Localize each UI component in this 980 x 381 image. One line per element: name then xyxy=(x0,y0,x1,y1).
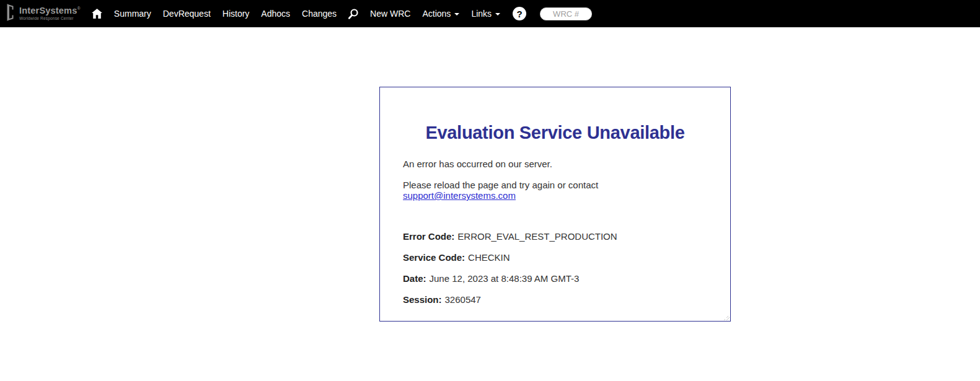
date-label: Date: xyxy=(403,273,426,284)
nav-menu: Summary DevRequest History Adhocs Change… xyxy=(92,7,592,20)
chevron-down-icon xyxy=(454,13,459,15)
nav-item-actions-dropdown[interactable]: Actions xyxy=(422,9,459,19)
wrc-number-input[interactable] xyxy=(540,7,592,20)
nav-item-links-dropdown[interactable]: Links xyxy=(471,9,500,19)
search-icon[interactable] xyxy=(348,9,358,19)
session-value: 3260547 xyxy=(445,294,481,305)
error-message-line2-text: Please reload the page and try again or … xyxy=(403,180,598,190)
service-code-row: Service Code:CHECKIN xyxy=(403,252,707,263)
session-label: Session: xyxy=(403,294,442,305)
nav-item-history[interactable]: History xyxy=(223,9,250,19)
chevron-down-icon xyxy=(495,13,500,15)
nav-item-devrequest[interactable]: DevRequest xyxy=(163,9,211,19)
error-code-value: ERROR_EVAL_REST_PRODUCTION xyxy=(457,231,617,242)
nav-item-changes[interactable]: Changes xyxy=(302,9,337,19)
actions-label: Actions xyxy=(422,9,451,19)
date-value: June 12, 2023 at 8:48:39 AM GMT-3 xyxy=(430,273,580,284)
page-body: Evaluation Service Unavailable An error … xyxy=(0,27,980,381)
resize-handle-icon[interactable] xyxy=(724,315,730,320)
service-code-label: Service Code: xyxy=(403,252,465,263)
brand-name-label: InterSystems xyxy=(19,6,77,15)
session-row: Session:3260547 xyxy=(403,294,707,305)
error-panel: Evaluation Service Unavailable An error … xyxy=(379,87,731,322)
home-icon[interactable] xyxy=(92,9,102,19)
error-details: Error Code:ERROR_EVAL_REST_PRODUCTION Se… xyxy=(403,231,707,305)
error-code-row: Error Code:ERROR_EVAL_REST_PRODUCTION xyxy=(403,231,707,242)
nav-item-adhocs[interactable]: Adhocs xyxy=(261,9,290,19)
brand-text: InterSystems® Worldwide Response Center xyxy=(19,6,81,21)
brand-name: InterSystems® xyxy=(19,6,81,15)
error-message-line2: Please reload the page and try again or … xyxy=(403,180,707,201)
nav-item-new-wrc[interactable]: New WRC xyxy=(370,9,410,19)
nav-item-summary[interactable]: Summary xyxy=(114,9,151,19)
help-icon[interactable]: ? xyxy=(513,7,526,20)
links-label: Links xyxy=(471,9,492,19)
wrc-number-field-wrap xyxy=(538,7,592,20)
intersystems-logo-icon xyxy=(5,3,15,24)
date-row: Date:June 12, 2023 at 8:48:39 AM GMT-3 xyxy=(403,273,707,284)
top-navbar: InterSystems® Worldwide Response Center … xyxy=(0,0,980,27)
service-code-value: CHECKIN xyxy=(468,252,510,263)
error-messages: An error has occurred on our server. Ple… xyxy=(403,159,707,201)
registered-mark: ® xyxy=(77,6,80,11)
error-message-line1: An error has occurred on our server. xyxy=(403,159,707,169)
support-email-link[interactable]: support@intersystems.com xyxy=(403,190,516,201)
brand-tagline: Worldwide Response Center xyxy=(19,17,81,21)
intersystems-logo[interactable]: InterSystems® Worldwide Response Center xyxy=(5,3,81,24)
error-code-label: Error Code: xyxy=(403,231,454,242)
error-title: Evaluation Service Unavailable xyxy=(380,123,730,143)
